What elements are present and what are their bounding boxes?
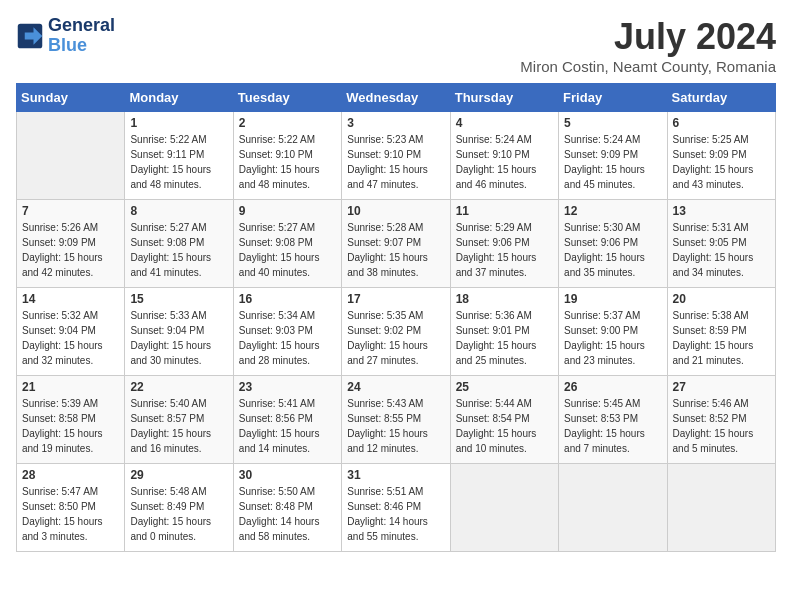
calendar-cell — [450, 464, 558, 552]
day-number: 31 — [347, 468, 444, 482]
calendar-cell: 4Sunrise: 5:24 AM Sunset: 9:10 PM Daylig… — [450, 112, 558, 200]
calendar-cell: 7Sunrise: 5:26 AM Sunset: 9:09 PM Daylig… — [17, 200, 125, 288]
calendar-cell: 27Sunrise: 5:46 AM Sunset: 8:52 PM Dayli… — [667, 376, 775, 464]
calendar-cell — [667, 464, 775, 552]
logo-text: General Blue — [48, 16, 115, 56]
calendar-week-row: 21Sunrise: 5:39 AM Sunset: 8:58 PM Dayli… — [17, 376, 776, 464]
day-number: 16 — [239, 292, 336, 306]
calendar-cell: 10Sunrise: 5:28 AM Sunset: 9:07 PM Dayli… — [342, 200, 450, 288]
day-number: 17 — [347, 292, 444, 306]
calendar-cell: 8Sunrise: 5:27 AM Sunset: 9:08 PM Daylig… — [125, 200, 233, 288]
calendar-week-row: 7Sunrise: 5:26 AM Sunset: 9:09 PM Daylig… — [17, 200, 776, 288]
calendar-cell: 30Sunrise: 5:50 AM Sunset: 8:48 PM Dayli… — [233, 464, 341, 552]
day-info: Sunrise: 5:51 AM Sunset: 8:46 PM Dayligh… — [347, 484, 444, 544]
day-number: 23 — [239, 380, 336, 394]
logo-line1: General — [48, 16, 115, 36]
day-info: Sunrise: 5:36 AM Sunset: 9:01 PM Dayligh… — [456, 308, 553, 368]
calendar-table: SundayMondayTuesdayWednesdayThursdayFrid… — [16, 83, 776, 552]
day-number: 9 — [239, 204, 336, 218]
day-number: 30 — [239, 468, 336, 482]
calendar-cell: 16Sunrise: 5:34 AM Sunset: 9:03 PM Dayli… — [233, 288, 341, 376]
day-number: 29 — [130, 468, 227, 482]
day-number: 26 — [564, 380, 661, 394]
calendar-cell: 28Sunrise: 5:47 AM Sunset: 8:50 PM Dayli… — [17, 464, 125, 552]
day-number: 12 — [564, 204, 661, 218]
logo-line2: Blue — [48, 35, 87, 55]
day-info: Sunrise: 5:27 AM Sunset: 9:08 PM Dayligh… — [130, 220, 227, 280]
day-info: Sunrise: 5:28 AM Sunset: 9:07 PM Dayligh… — [347, 220, 444, 280]
day-number: 6 — [673, 116, 770, 130]
day-info: Sunrise: 5:38 AM Sunset: 8:59 PM Dayligh… — [673, 308, 770, 368]
weekday-header: Tuesday — [233, 84, 341, 112]
day-info: Sunrise: 5:50 AM Sunset: 8:48 PM Dayligh… — [239, 484, 336, 544]
day-number: 18 — [456, 292, 553, 306]
day-number: 10 — [347, 204, 444, 218]
location: Miron Costin, Neamt County, Romania — [520, 58, 776, 75]
day-info: Sunrise: 5:26 AM Sunset: 9:09 PM Dayligh… — [22, 220, 119, 280]
calendar-week-row: 14Sunrise: 5:32 AM Sunset: 9:04 PM Dayli… — [17, 288, 776, 376]
calendar-body: 1Sunrise: 5:22 AM Sunset: 9:11 PM Daylig… — [17, 112, 776, 552]
month-year: July 2024 — [520, 16, 776, 58]
calendar-cell: 12Sunrise: 5:30 AM Sunset: 9:06 PM Dayli… — [559, 200, 667, 288]
day-info: Sunrise: 5:45 AM Sunset: 8:53 PM Dayligh… — [564, 396, 661, 456]
day-number: 22 — [130, 380, 227, 394]
title-area: July 2024 Miron Costin, Neamt County, Ro… — [520, 16, 776, 75]
calendar-cell: 19Sunrise: 5:37 AM Sunset: 9:00 PM Dayli… — [559, 288, 667, 376]
day-info: Sunrise: 5:35 AM Sunset: 9:02 PM Dayligh… — [347, 308, 444, 368]
calendar-cell: 25Sunrise: 5:44 AM Sunset: 8:54 PM Dayli… — [450, 376, 558, 464]
calendar-cell: 31Sunrise: 5:51 AM Sunset: 8:46 PM Dayli… — [342, 464, 450, 552]
day-number: 14 — [22, 292, 119, 306]
day-info: Sunrise: 5:37 AM Sunset: 9:00 PM Dayligh… — [564, 308, 661, 368]
day-number: 4 — [456, 116, 553, 130]
day-info: Sunrise: 5:33 AM Sunset: 9:04 PM Dayligh… — [130, 308, 227, 368]
day-number: 25 — [456, 380, 553, 394]
day-info: Sunrise: 5:48 AM Sunset: 8:49 PM Dayligh… — [130, 484, 227, 544]
day-number: 27 — [673, 380, 770, 394]
weekday-header: Thursday — [450, 84, 558, 112]
calendar-cell — [559, 464, 667, 552]
calendar-cell: 21Sunrise: 5:39 AM Sunset: 8:58 PM Dayli… — [17, 376, 125, 464]
day-info: Sunrise: 5:44 AM Sunset: 8:54 PM Dayligh… — [456, 396, 553, 456]
day-number: 2 — [239, 116, 336, 130]
day-info: Sunrise: 5:22 AM Sunset: 9:11 PM Dayligh… — [130, 132, 227, 192]
calendar-cell: 15Sunrise: 5:33 AM Sunset: 9:04 PM Dayli… — [125, 288, 233, 376]
calendar-cell: 20Sunrise: 5:38 AM Sunset: 8:59 PM Dayli… — [667, 288, 775, 376]
logo: General Blue — [16, 16, 115, 56]
day-info: Sunrise: 5:30 AM Sunset: 9:06 PM Dayligh… — [564, 220, 661, 280]
day-info: Sunrise: 5:43 AM Sunset: 8:55 PM Dayligh… — [347, 396, 444, 456]
day-number: 28 — [22, 468, 119, 482]
header: General Blue July 2024 Miron Costin, Nea… — [16, 16, 776, 75]
day-info: Sunrise: 5:25 AM Sunset: 9:09 PM Dayligh… — [673, 132, 770, 192]
day-number: 11 — [456, 204, 553, 218]
calendar-cell: 18Sunrise: 5:36 AM Sunset: 9:01 PM Dayli… — [450, 288, 558, 376]
calendar-cell: 2Sunrise: 5:22 AM Sunset: 9:10 PM Daylig… — [233, 112, 341, 200]
day-number: 15 — [130, 292, 227, 306]
day-number: 20 — [673, 292, 770, 306]
day-info: Sunrise: 5:29 AM Sunset: 9:06 PM Dayligh… — [456, 220, 553, 280]
weekday-row: SundayMondayTuesdayWednesdayThursdayFrid… — [17, 84, 776, 112]
day-number: 13 — [673, 204, 770, 218]
calendar-cell: 1Sunrise: 5:22 AM Sunset: 9:11 PM Daylig… — [125, 112, 233, 200]
logo-icon — [16, 22, 44, 50]
day-number: 21 — [22, 380, 119, 394]
day-number: 3 — [347, 116, 444, 130]
day-info: Sunrise: 5:41 AM Sunset: 8:56 PM Dayligh… — [239, 396, 336, 456]
calendar-week-row: 28Sunrise: 5:47 AM Sunset: 8:50 PM Dayli… — [17, 464, 776, 552]
calendar-cell: 23Sunrise: 5:41 AM Sunset: 8:56 PM Dayli… — [233, 376, 341, 464]
day-number: 1 — [130, 116, 227, 130]
day-number: 24 — [347, 380, 444, 394]
calendar-cell: 11Sunrise: 5:29 AM Sunset: 9:06 PM Dayli… — [450, 200, 558, 288]
day-info: Sunrise: 5:27 AM Sunset: 9:08 PM Dayligh… — [239, 220, 336, 280]
day-info: Sunrise: 5:22 AM Sunset: 9:10 PM Dayligh… — [239, 132, 336, 192]
calendar-cell: 13Sunrise: 5:31 AM Sunset: 9:05 PM Dayli… — [667, 200, 775, 288]
day-info: Sunrise: 5:23 AM Sunset: 9:10 PM Dayligh… — [347, 132, 444, 192]
day-info: Sunrise: 5:46 AM Sunset: 8:52 PM Dayligh… — [673, 396, 770, 456]
calendar-cell: 29Sunrise: 5:48 AM Sunset: 8:49 PM Dayli… — [125, 464, 233, 552]
day-info: Sunrise: 5:40 AM Sunset: 8:57 PM Dayligh… — [130, 396, 227, 456]
day-number: 8 — [130, 204, 227, 218]
day-number: 19 — [564, 292, 661, 306]
calendar-cell: 24Sunrise: 5:43 AM Sunset: 8:55 PM Dayli… — [342, 376, 450, 464]
calendar-cell: 14Sunrise: 5:32 AM Sunset: 9:04 PM Dayli… — [17, 288, 125, 376]
day-number: 7 — [22, 204, 119, 218]
weekday-header: Monday — [125, 84, 233, 112]
